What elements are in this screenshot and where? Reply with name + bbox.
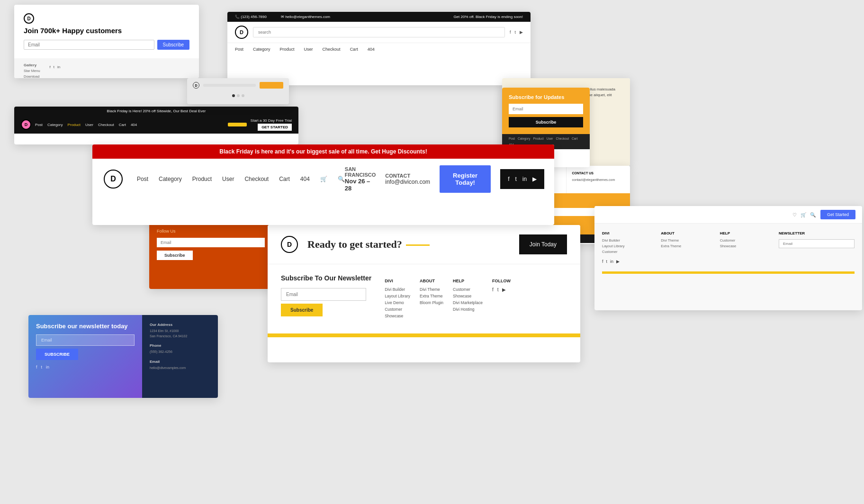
card6-promo-text: Black Friday is here and it's our bigges…	[102, 148, 545, 155]
nav-cart[interactable]: Cart	[279, 176, 290, 182]
card1-subscribe-button[interactable]: Subscribe	[157, 40, 189, 50]
search-icon[interactable]: 🔍	[810, 212, 816, 217]
yellow-bar	[268, 333, 580, 337]
card9-subscribe-button[interactable]: Subscribe	[281, 304, 323, 316]
card11-email-input[interactable]	[509, 104, 583, 114]
facebook-icon[interactable]: f	[492, 287, 494, 292]
twitter-icon[interactable]: t	[514, 30, 516, 35]
youtube-icon[interactable]: ▶	[520, 30, 523, 35]
nav-product[interactable]: Product	[192, 176, 212, 182]
card-black-friday-header: Black Friday is Here! 20% off Sitewide, …	[14, 107, 298, 144]
card-preview-center: D	[187, 78, 289, 104]
facebook-icon[interactable]: f	[508, 176, 509, 182]
card-newsletter-top-left: D Join 700k+ Happy customers Subscribe G…	[14, 5, 199, 78]
nav-404[interactable]: 404	[300, 176, 310, 182]
youtube-icon[interactable]: ▶	[532, 176, 537, 182]
linkedin-icon[interactable]: in	[46, 365, 49, 369]
card-shop-header: 📞 (123) 456-7890 ✉ hello@elegantthemes.c…	[227, 12, 531, 85]
footer-col-newsletter: Newsletter	[779, 231, 855, 255]
wishlist-icon[interactable]: ♡	[792, 212, 797, 217]
dot-indicator	[232, 94, 235, 97]
nav-post[interactable]: Post	[235, 47, 243, 52]
cart-icon[interactable]: 🛒	[801, 212, 806, 217]
footer-category[interactable]: Category	[518, 137, 530, 140]
decorative-btn	[260, 82, 283, 89]
card9-email-input[interactable]	[281, 288, 366, 301]
footer-col-divi: Divi Divi Builder Layout Library Custome…	[602, 231, 653, 255]
nav-category[interactable]: Category	[253, 47, 270, 52]
nav-checkout[interactable]: Checkout	[244, 176, 269, 182]
card-black-friday-main: Black Friday is here and it's our bigges…	[92, 144, 554, 225]
youtube-icon[interactable]: ▶	[502, 287, 506, 292]
nav-post[interactable]: Post	[137, 176, 148, 182]
card1-footer-col-gallery: Gallery Star Menu Download	[24, 63, 40, 78]
card12-cta-button[interactable]: Get Started	[820, 210, 855, 219]
nav-user[interactable]: User	[222, 176, 234, 182]
headline-text: Ready to get started?	[307, 238, 402, 250]
nav-product[interactable]: Product	[67, 123, 81, 127]
card12-email-input[interactable]	[779, 239, 855, 248]
card1-social: f t in	[50, 65, 61, 78]
facebook-icon[interactable]: f	[36, 365, 37, 369]
card7-email-input[interactable]	[157, 238, 265, 247]
card-newsletter-gradient: Subscribe our newsletter today SUBSCRIBE…	[28, 315, 218, 398]
card2-search-input[interactable]	[253, 27, 505, 37]
twitter-icon[interactable]: t	[606, 259, 608, 264]
card5-cta-text: Start a 30 Day Free Trial	[251, 118, 292, 123]
nav-category[interactable]: Category	[47, 123, 63, 127]
card10-email-input[interactable]	[36, 334, 135, 346]
divi-logo-icon: D	[24, 13, 34, 24]
footer-cart[interactable]: Cart	[572, 137, 577, 140]
card10-address: Our Address 1234 Elm St, #1000San Franci…	[150, 323, 210, 339]
twitter-icon[interactable]: t	[515, 176, 516, 182]
facebook-icon[interactable]: f	[510, 30, 511, 35]
card10-subscribe-button[interactable]: SUBSCRIBE	[36, 349, 78, 360]
nav-404[interactable]: 404	[131, 123, 137, 127]
twitter-icon[interactable]: t	[54, 65, 54, 78]
nav-cart[interactable]: Cart	[350, 47, 358, 52]
card6-contact-info: CONTACT info@divicon.com	[385, 173, 430, 185]
card1-logo: D	[24, 13, 189, 24]
card5-cta-button[interactable]: GET STARTED	[258, 124, 292, 131]
card1-headline: Join 700k+ Happy customers	[24, 27, 189, 35]
card2-email: ✉ hello@elegantthemes.com	[281, 15, 330, 19]
card7-subscribe-button[interactable]: Subscribe	[157, 251, 193, 260]
card1-email-input[interactable]	[24, 40, 154, 50]
nav-checkout[interactable]: Checkout	[323, 47, 341, 52]
nav-user[interactable]: User	[85, 123, 93, 127]
card6-register-button[interactable]: Register Today!	[440, 165, 491, 193]
linkedin-icon[interactable]: in	[522, 176, 527, 182]
nav-404[interactable]: 404	[368, 47, 375, 52]
footer-user[interactable]: User	[547, 137, 553, 140]
footer-col-help: Help Customer Showcase	[720, 231, 771, 255]
card9-headline: Ready to get started?	[307, 238, 510, 251]
nav-cart[interactable]: Cart	[119, 123, 126, 127]
search-icon[interactable]: 🔍	[338, 176, 345, 182]
footer-col-follow: Follow f t ▶	[492, 279, 511, 324]
nav-post[interactable]: Post	[35, 123, 43, 127]
small-logo: D	[193, 82, 199, 89]
youtube-icon[interactable]: ▶	[616, 259, 620, 264]
card6-logo: D	[104, 170, 123, 189]
nav-category[interactable]: Category	[159, 176, 182, 182]
decorative-bar	[203, 84, 256, 87]
card2-logo: D	[235, 26, 248, 39]
linkedin-icon[interactable]: in	[610, 259, 613, 264]
footer-post[interactable]: Post	[509, 137, 515, 140]
facebook-icon[interactable]: f	[50, 65, 51, 78]
footer-col-help: Help Customer Showcase Divi Marketplace …	[453, 279, 483, 324]
card5-logo: D	[21, 119, 31, 130]
twitter-icon[interactable]: t	[497, 287, 499, 292]
cart-icon[interactable]: 🛒	[320, 176, 327, 182]
nav-user[interactable]: User	[304, 47, 313, 52]
twitter-icon[interactable]: t	[41, 365, 43, 369]
card9-join-button[interactable]: Join Today	[519, 234, 567, 254]
nav-checkout[interactable]: Checkout	[98, 123, 114, 127]
footer-product[interactable]: Product	[533, 137, 543, 140]
nav-product[interactable]: Product	[280, 47, 295, 52]
card11-subscribe-button[interactable]: Subscribe	[509, 117, 583, 127]
dot-indicator	[237, 94, 240, 97]
facebook-icon[interactable]: f	[602, 259, 603, 264]
footer-checkout[interactable]: Checkout	[556, 137, 569, 140]
linkedin-icon[interactable]: in	[57, 65, 60, 78]
